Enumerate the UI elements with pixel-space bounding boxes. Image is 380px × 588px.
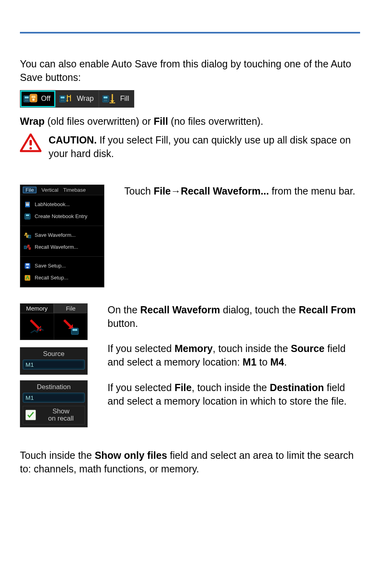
checkmark-icon xyxy=(27,411,34,419)
menu-recall-setup-label: Recall Setup... xyxy=(35,275,69,281)
s2p1c: dialog, touch the xyxy=(220,304,299,315)
notebook-icon xyxy=(24,201,31,208)
svg-rect-24 xyxy=(24,246,27,249)
arrow-right-icon: → xyxy=(171,185,181,198)
s1-suffix: from the menu bar. xyxy=(269,185,355,197)
source-block: Source M1 xyxy=(20,347,88,375)
menu-labnotebook[interactable]: LabNotebook... xyxy=(20,199,104,210)
step2-row: Memory File xyxy=(20,303,360,433)
svg-rect-27 xyxy=(26,267,29,268)
svg-rect-21 xyxy=(26,214,29,216)
svg-rect-2 xyxy=(25,99,29,101)
recall-wave-icon xyxy=(24,244,31,251)
svg-rect-7 xyxy=(61,96,65,98)
s2p1e: button. xyxy=(108,318,138,329)
s2p3c: , touch inside the xyxy=(192,382,270,393)
menubar-vertical[interactable]: Vertical xyxy=(41,187,59,193)
recall-file-cell[interactable] xyxy=(54,313,88,340)
destination-field[interactable]: M1 xyxy=(23,393,85,403)
show-on-recall-checkbox[interactable] xyxy=(25,410,36,420)
caution-row: CAUTION. If you select Fill, you can qui… xyxy=(20,134,360,161)
svg-rect-30 xyxy=(72,329,77,331)
menubar-file[interactable]: File xyxy=(23,187,37,193)
source-dest-panel: Source M1 Destination M1 Show on recall xyxy=(20,347,88,427)
header-rule xyxy=(20,32,360,33)
svg-rect-26 xyxy=(26,264,29,265)
source-field[interactable]: M1 xyxy=(23,360,85,370)
source-title: Source xyxy=(20,350,87,358)
svg-rect-18 xyxy=(26,204,29,205)
s2p2h: M4 xyxy=(270,356,284,368)
recall-tab-memory[interactable]: Memory xyxy=(20,303,54,313)
s2p3b: File xyxy=(174,382,192,393)
s2p1b: Recall Waveform xyxy=(140,304,220,315)
autosave-button-strip: Off Wrap xyxy=(20,90,175,108)
s1-prefix: Touch xyxy=(124,185,154,197)
caution-label: CAUTION. xyxy=(49,134,97,146)
s2p2b: Memory xyxy=(174,343,213,354)
menu-labnotebook-label: LabNotebook... xyxy=(35,201,70,207)
autosave-off-label: Off xyxy=(41,94,51,103)
s2p2g: to xyxy=(257,356,270,368)
menubar-timebase[interactable]: Timebase xyxy=(63,187,86,193)
svg-rect-1 xyxy=(25,96,29,98)
file-menubar: File Vertical Timebase xyxy=(20,185,104,195)
menu-recall-waveform-label: Recall Waveform... xyxy=(35,244,78,250)
save-disk-fill-icon xyxy=(102,93,118,105)
intro-text: You can also enable Auto Save from this … xyxy=(20,57,360,85)
recall-tab-file[interactable]: File xyxy=(54,303,88,313)
floppy-icon xyxy=(24,262,31,269)
svg-rect-10 xyxy=(104,96,108,98)
svg-rect-19 xyxy=(26,205,29,206)
svg-rect-17 xyxy=(26,203,29,203)
s1-file: File xyxy=(154,185,171,197)
menu-save-setup[interactable]: Save Setup... xyxy=(20,260,104,272)
s2p3a: If you selected xyxy=(108,382,174,393)
step1-row: File Vertical Timebase LabNotebook... xyxy=(20,185,360,287)
show-on-recall-label: Show on recall xyxy=(40,408,82,423)
save-disk-orange-icon xyxy=(23,93,39,105)
s2p2f: M1 xyxy=(243,356,257,368)
destination-title: Destination xyxy=(20,383,87,391)
wrap-desc: (old files overwritten) or xyxy=(45,116,154,127)
autosave-fill-label: Fill xyxy=(120,94,129,103)
s2p2c: , touch inside the xyxy=(213,343,291,354)
menu-save-waveform-label: Save Waveform... xyxy=(35,232,76,238)
svg-rect-15 xyxy=(29,140,32,146)
show-on-recall-row[interactable]: Show on recall xyxy=(23,406,85,425)
show-line1: Show xyxy=(53,407,70,415)
step2-text: On the Recall Waveform dialog, touch the… xyxy=(108,303,360,420)
s2p2i: . xyxy=(284,356,287,368)
autosave-wrap-button[interactable]: Wrap xyxy=(56,90,99,108)
recall-memory-cell[interactable] xyxy=(20,313,54,340)
svg-point-5 xyxy=(32,98,35,101)
wrap-bold: Wrap xyxy=(20,116,45,127)
closing-a: Touch inside the xyxy=(20,450,95,461)
save-disk-wrap-icon xyxy=(59,93,74,105)
memory-arrow-icon xyxy=(27,317,47,336)
wrap-fill-text: Wrap (old files overwritten) or Fill (no… xyxy=(20,115,360,128)
svg-rect-22 xyxy=(26,217,29,218)
svg-rect-8 xyxy=(61,99,65,101)
svg-rect-4 xyxy=(31,96,35,98)
fill-bold: Fill xyxy=(154,116,168,127)
file-arrow-icon xyxy=(61,317,80,336)
s2p3d: Destination xyxy=(270,382,324,393)
svg-rect-11 xyxy=(104,99,108,101)
menu-save-waveform[interactable]: Save Waveform... xyxy=(20,229,104,241)
closing-b: Show only files xyxy=(95,450,167,461)
caution-text: CAUTION. If you select Fill, you can qui… xyxy=(49,134,360,161)
recall-setup-icon xyxy=(24,274,31,281)
autosave-fill-button[interactable]: Fill xyxy=(99,90,134,108)
menu-recall-waveform[interactable]: Recall Waveform... xyxy=(20,241,104,253)
s2p1d: Recall From xyxy=(299,304,356,315)
file-menu-screenshot: File Vertical Timebase LabNotebook... xyxy=(20,185,104,287)
s1-recall: Recall Waveform... xyxy=(181,185,269,197)
autosave-wrap-label: Wrap xyxy=(77,94,94,103)
menu-create-entry[interactable]: Create Notebook Entry xyxy=(20,210,104,222)
menu-create-entry-label: Create Notebook Entry xyxy=(35,213,87,219)
s2p2d: Source xyxy=(291,343,325,354)
s2p2a: If you selected xyxy=(108,343,174,354)
autosave-off-button[interactable]: Off xyxy=(20,90,56,108)
menu-recall-setup[interactable]: Recall Setup... xyxy=(20,272,104,284)
